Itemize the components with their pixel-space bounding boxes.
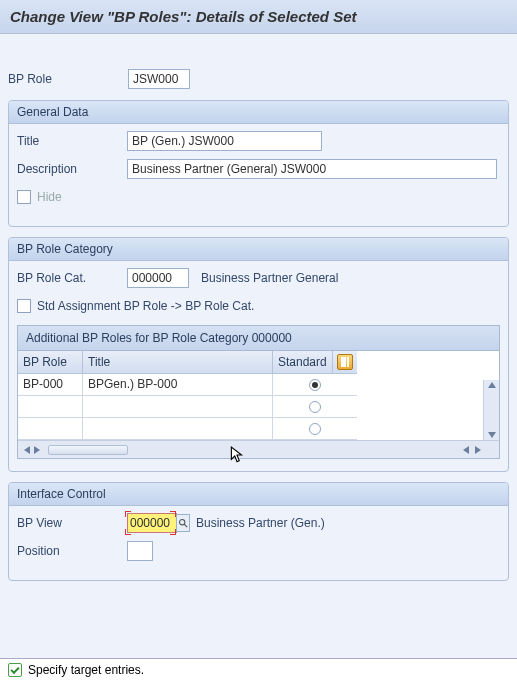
cursor-icon (230, 446, 244, 464)
std-assignment-checkbox[interactable] (17, 299, 31, 313)
search-icon (178, 518, 188, 528)
cell-bprole[interactable] (18, 418, 83, 440)
group-title-category: BP Role Category (9, 238, 508, 261)
bp-role-cat-label: BP Role Cat. (17, 271, 127, 285)
bp-view-field-wrap (127, 513, 190, 533)
title-field[interactable] (127, 131, 322, 151)
status-message: Specify target entries. (28, 663, 144, 677)
standard-radio[interactable] (309, 379, 321, 391)
description-label: Description (17, 162, 127, 176)
th-bprole[interactable]: BP Role (18, 351, 83, 374)
th-standard[interactable]: Standard (273, 351, 333, 374)
cell-standard[interactable] (273, 418, 357, 440)
f4-help-button[interactable] (176, 514, 190, 532)
hide-checkbox[interactable] (17, 190, 31, 204)
status-bar: Specify target entries. (0, 658, 517, 681)
additional-roles-table: Additional BP Roles for BP Role Category… (17, 325, 500, 459)
columns-icon (337, 354, 353, 370)
hide-label: Hide (37, 190, 62, 204)
title-label: Title (17, 134, 127, 148)
group-title-interface: Interface Control (9, 483, 508, 506)
group-interface-control: Interface Control BP View Business Partn… (8, 482, 509, 581)
cell-standard[interactable] (273, 374, 357, 396)
bp-view-text: Business Partner (Gen.) (190, 516, 325, 530)
bp-role-field[interactable] (128, 69, 190, 89)
std-assignment-label: Std Assignment BP Role -> BP Role Cat. (37, 299, 262, 313)
group-bp-role-category: BP Role Category BP Role Cat. Business P… (8, 237, 509, 472)
cell-title[interactable]: BPGen.) BP-000 (83, 374, 273, 396)
cell-standard[interactable] (273, 396, 357, 418)
description-field[interactable] (127, 159, 497, 179)
group-general-data: General Data Title Description Hide (8, 100, 509, 227)
status-ok-icon (8, 663, 22, 677)
svg-point-0 (180, 520, 185, 525)
scroll-thumb[interactable] (48, 445, 128, 455)
table-title: Additional BP Roles for BP Role Category… (18, 326, 499, 351)
toolbar-area (0, 34, 517, 62)
scroll-right-icon (34, 446, 40, 454)
bp-role-cat-field[interactable] (127, 268, 189, 288)
table-config-button[interactable] (333, 351, 357, 374)
svg-line-1 (184, 524, 187, 527)
bp-role-label: BP Role (8, 72, 128, 86)
scroll-up-icon (488, 382, 496, 388)
cell-bprole[interactable] (18, 396, 83, 418)
th-title[interactable]: Title (83, 351, 273, 374)
bp-view-label: BP View (17, 516, 127, 530)
cell-bprole[interactable]: BP-000 (18, 374, 83, 396)
cell-title[interactable] (83, 418, 273, 440)
table-vscroll[interactable] (483, 380, 499, 440)
scroll-left-icon (24, 446, 30, 454)
page-left-icon (463, 446, 469, 454)
scroll-down-icon (488, 432, 496, 438)
standard-radio[interactable] (309, 423, 321, 435)
standard-radio[interactable] (309, 401, 321, 413)
bp-role-cat-text: Business Partner General (189, 271, 338, 285)
cell-title[interactable] (83, 396, 273, 418)
position-field[interactable] (127, 541, 153, 561)
position-label: Position (17, 544, 127, 558)
group-title-general: General Data (9, 101, 508, 124)
table-hscroll[interactable] (18, 440, 499, 458)
page-title: Change View "BP Roles": Details of Selec… (0, 0, 517, 34)
page-right-icon (475, 446, 481, 454)
